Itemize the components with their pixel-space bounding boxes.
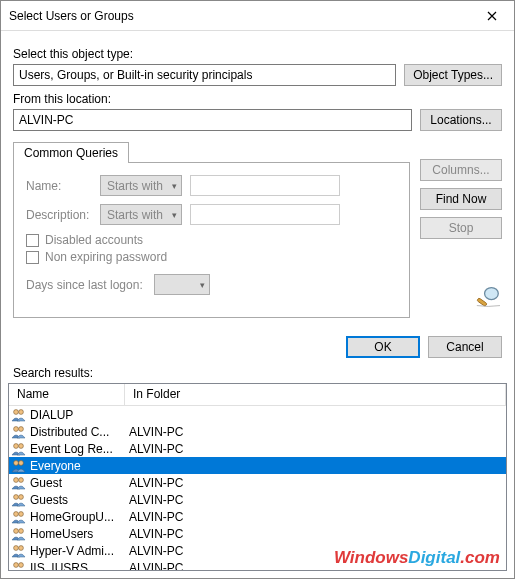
- tab-common-queries[interactable]: Common Queries: [13, 142, 129, 163]
- col-folder-header[interactable]: In Folder: [125, 384, 506, 405]
- svg-point-8: [14, 460, 19, 465]
- svg-rect-1: [477, 298, 487, 307]
- svg-point-2: [14, 409, 19, 414]
- table-row[interactable]: GuestALVIN-PC: [9, 474, 506, 491]
- locations-button[interactable]: Locations...: [420, 109, 502, 131]
- window-title: Select Users or Groups: [9, 9, 134, 23]
- description-input: [190, 204, 340, 225]
- watermark: WindowsDigital.com: [334, 548, 500, 568]
- col-name-header[interactable]: Name: [9, 384, 125, 405]
- row-folder: ALVIN-PC: [125, 442, 506, 456]
- svg-point-21: [19, 562, 24, 567]
- row-name: IIS_IUSRS: [30, 561, 88, 571]
- name-label: Name:: [26, 179, 92, 193]
- columns-button[interactable]: Columns...: [420, 159, 502, 181]
- group-icon: [11, 407, 27, 423]
- row-name: Guest: [30, 476, 62, 490]
- stop-button[interactable]: Stop: [420, 217, 502, 239]
- dialog-window: Select Users or Groups Select this objec…: [0, 0, 515, 579]
- row-name: HomeGroupU...: [30, 510, 114, 524]
- group-icon: [11, 560, 27, 571]
- svg-point-0: [485, 288, 499, 300]
- object-type-label: Select this object type:: [13, 47, 502, 61]
- table-row[interactable]: Everyone: [9, 457, 506, 474]
- svg-point-11: [19, 477, 24, 482]
- svg-point-10: [14, 477, 19, 482]
- row-folder: ALVIN-PC: [125, 493, 506, 507]
- disabled-accounts-label: Disabled accounts: [45, 233, 143, 247]
- ok-button[interactable]: OK: [346, 336, 420, 358]
- listview-body: DIALUPDistributed C...ALVIN-PCEvent Log …: [9, 406, 506, 570]
- row-name: Everyone: [30, 459, 81, 473]
- svg-point-14: [14, 511, 19, 516]
- svg-point-4: [14, 426, 19, 431]
- svg-point-6: [14, 443, 19, 448]
- group-icon: [11, 492, 27, 508]
- svg-point-12: [14, 494, 19, 499]
- dialog-buttons: OK Cancel: [1, 336, 502, 358]
- listview-header: Name In Folder: [9, 384, 506, 406]
- close-icon: [487, 11, 497, 21]
- svg-point-7: [19, 443, 24, 448]
- svg-point-3: [19, 409, 24, 414]
- group-icon: [11, 458, 27, 474]
- svg-point-19: [19, 545, 24, 550]
- row-folder: ALVIN-PC: [125, 510, 506, 524]
- group-icon: [11, 543, 27, 559]
- row-name: Hyper-V Admi...: [30, 544, 114, 558]
- group-icon: [11, 509, 27, 525]
- table-row[interactable]: GuestsALVIN-PC: [9, 491, 506, 508]
- svg-point-5: [19, 426, 24, 431]
- table-row[interactable]: Distributed C...ALVIN-PC: [9, 423, 506, 440]
- search-results-label: Search results:: [13, 366, 514, 380]
- group-icon: [11, 441, 27, 457]
- svg-point-9: [19, 460, 24, 465]
- description-condition-dropdown: Starts with ▾: [100, 204, 182, 225]
- days-logon-label: Days since last logon:: [26, 278, 146, 292]
- chevron-down-icon: ▾: [200, 280, 205, 290]
- row-folder: ALVIN-PC: [125, 425, 506, 439]
- svg-point-16: [14, 528, 19, 533]
- results-listview[interactable]: Name In Folder DIALUPDistributed C...ALV…: [8, 383, 507, 571]
- svg-point-20: [14, 562, 19, 567]
- name-input: [190, 175, 340, 196]
- close-button[interactable]: [469, 1, 514, 30]
- svg-point-18: [14, 545, 19, 550]
- chevron-down-icon: ▾: [172, 181, 177, 191]
- svg-point-17: [19, 528, 24, 533]
- row-folder: ALVIN-PC: [125, 476, 506, 490]
- row-name: Guests: [30, 493, 68, 507]
- disabled-accounts-checkbox: [26, 234, 39, 247]
- group-icon: [11, 526, 27, 542]
- table-row[interactable]: HomeGroupU...ALVIN-PC: [9, 508, 506, 525]
- tab-panel: Name: Starts with ▾ Description: Starts …: [13, 162, 410, 318]
- object-types-button[interactable]: Object Types...: [404, 64, 502, 86]
- location-field: ALVIN-PC: [13, 109, 412, 131]
- cancel-button[interactable]: Cancel: [428, 336, 502, 358]
- row-folder: ALVIN-PC: [125, 527, 506, 541]
- description-label: Description:: [26, 208, 92, 222]
- search-art-icon: [474, 285, 502, 312]
- svg-point-13: [19, 494, 24, 499]
- days-logon-dropdown: ▾: [154, 274, 210, 295]
- from-location-label: From this location:: [13, 92, 502, 106]
- group-icon: [11, 424, 27, 440]
- row-name: HomeUsers: [30, 527, 93, 541]
- table-row[interactable]: Event Log Re...ALVIN-PC: [9, 440, 506, 457]
- row-name: Event Log Re...: [30, 442, 113, 456]
- row-name: Distributed C...: [30, 425, 109, 439]
- name-condition-dropdown: Starts with ▾: [100, 175, 182, 196]
- svg-point-15: [19, 511, 24, 516]
- find-now-button[interactable]: Find Now: [420, 188, 502, 210]
- row-name: DIALUP: [30, 408, 73, 422]
- dialog-content: Select this object type: Users, Groups, …: [1, 31, 514, 326]
- table-row[interactable]: DIALUP: [9, 406, 506, 423]
- object-type-field: Users, Groups, or Built-in security prin…: [13, 64, 396, 86]
- group-icon: [11, 475, 27, 491]
- chevron-down-icon: ▾: [172, 210, 177, 220]
- non-expiring-checkbox: [26, 251, 39, 264]
- non-expiring-label: Non expiring password: [45, 250, 167, 264]
- table-row[interactable]: HomeUsersALVIN-PC: [9, 525, 506, 542]
- title-bar: Select Users or Groups: [1, 1, 514, 31]
